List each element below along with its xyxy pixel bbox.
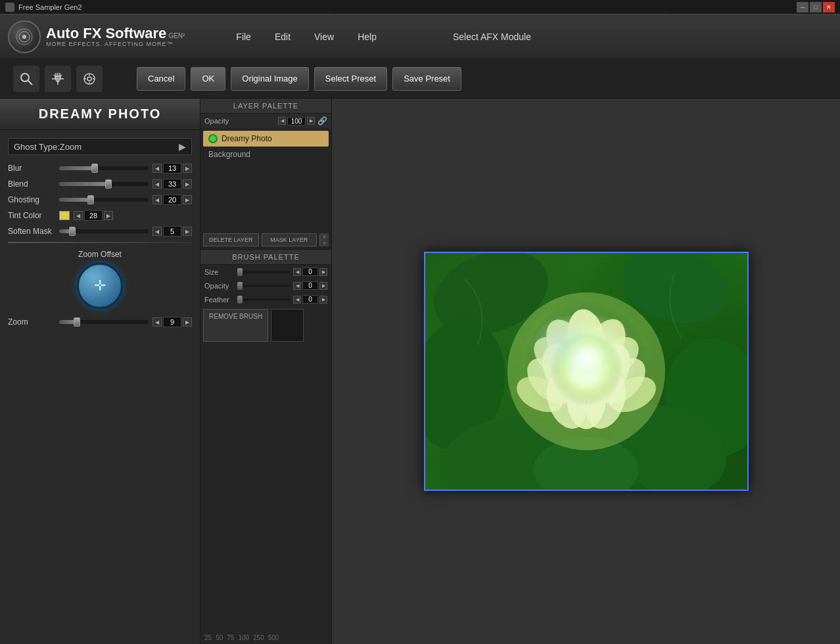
brush-opacity-label: Opacity	[204, 282, 237, 290]
ghost-type-row[interactable]: Ghost Type:Zoom ▶	[8, 138, 192, 155]
select-preset-button[interactable]: Select Preset	[314, 67, 387, 91]
blend-label: Blend	[8, 179, 55, 189]
brush-size-row: Size ◀ 0 ▶	[200, 265, 331, 279]
layer-scroll-controls[interactable]: ▲ ▼	[319, 233, 329, 246]
brush-size-100[interactable]: 100	[238, 634, 249, 641]
soften-decrement[interactable]: ◀	[152, 227, 162, 236]
ghosting-track[interactable]	[59, 198, 149, 202]
select-afx-module[interactable]: Select AFX Module	[448, 29, 536, 45]
layer-item-dreamy-photo[interactable]: Dreamy Photo	[203, 131, 329, 147]
ghosting-controls: ◀ 20 ▶	[152, 195, 192, 205]
blend-track[interactable]	[59, 182, 149, 186]
size-increment[interactable]: ▶	[319, 268, 327, 276]
brush-size-thumb[interactable]	[237, 268, 243, 276]
opacity-decrement[interactable]: ◀	[278, 117, 286, 125]
blur-slider-row: Blur ◀ 13 ▶	[8, 163, 192, 173]
toolbar-buttons: Cancel OK Original Image Select Preset S…	[137, 67, 461, 91]
brush-size-25[interactable]: 25	[204, 634, 212, 641]
brush-size-50[interactable]: 50	[216, 634, 223, 641]
zoom-slider-row: Zoom ◀ 9 ▶	[8, 317, 192, 327]
svg-point-3	[21, 74, 29, 81]
ok-button[interactable]: OK	[191, 67, 225, 91]
zoom-tool-icon[interactable]	[13, 66, 39, 92]
ghosting-thumb[interactable]	[87, 195, 94, 204]
zoom-label: Zoom	[8, 317, 55, 327]
brush-opacity-thumb[interactable]	[237, 282, 243, 290]
panel-content: Ghost Type:Zoom ▶ Blur ◀ 13 ▶ Blend	[0, 130, 200, 644]
zoom-track[interactable]	[59, 320, 149, 324]
flower-image	[425, 253, 747, 490]
feather-increment[interactable]: ▶	[319, 296, 327, 304]
remove-brush-button[interactable]: REMOVE BRUSH	[203, 309, 268, 342]
blend-decrement[interactable]: ◀	[152, 179, 162, 189]
size-decrement[interactable]: ◀	[293, 268, 301, 276]
close-button[interactable]: ✕	[823, 2, 835, 12]
zoom-offset-dial[interactable]: ✛	[77, 263, 123, 309]
canvas-area[interactable]	[332, 99, 840, 644]
zoom-thumb[interactable]	[74, 317, 80, 327]
brush-opacity-track[interactable]	[240, 285, 291, 287]
title-bar-text: Free Sampler Gen2	[18, 3, 82, 11]
opacity-increment[interactable]: ▶	[307, 117, 315, 125]
soften-mask-track[interactable]	[59, 229, 149, 233]
layer-scroll-down[interactable]: ▼	[322, 241, 327, 246]
soften-increment[interactable]: ▶	[183, 227, 192, 236]
maximize-button[interactable]: □	[810, 2, 822, 12]
blur-track[interactable]	[59, 166, 149, 170]
layer-empty-space	[200, 165, 331, 231]
blur-thumb[interactable]	[91, 164, 98, 173]
zoom-offset-label: Zoom Offset	[78, 250, 122, 259]
brush-feather-track[interactable]	[240, 298, 291, 301]
mask-layer-button[interactable]: MASK LAYER	[262, 233, 317, 246]
ghosting-fill	[59, 198, 91, 202]
cancel-button[interactable]: Cancel	[137, 67, 185, 91]
ghosting-increment[interactable]: ▶	[183, 195, 192, 204]
blend-thumb[interactable]	[105, 179, 112, 189]
zoom-increment[interactable]: ▶	[183, 317, 192, 327]
brush-palette: BRUSH PALETTE Size ◀ 0 ▶ Opacity	[200, 250, 331, 644]
layer-item-background[interactable]: Background	[203, 147, 329, 162]
layer-palette-header: LAYER PALETTE	[200, 99, 331, 114]
brush-size-track[interactable]	[240, 271, 291, 273]
tint-color-swatch[interactable]	[59, 211, 70, 220]
save-preset-button[interactable]: Save Preset	[392, 67, 461, 91]
delete-layer-button[interactable]: DELETE LAYER	[203, 233, 259, 246]
brush-size-250[interactable]: 250	[253, 634, 264, 641]
pan-tool-icon[interactable]	[45, 66, 71, 92]
layer-buttons: DELETE LAYER MASK LAYER ▲ ▼	[200, 231, 331, 249]
zoom-decrement[interactable]: ◀	[152, 317, 162, 327]
tint-color-slider-row: Tint Color ◀ 28 ▶	[8, 210, 192, 221]
original-image-button[interactable]: Original Image	[231, 67, 309, 91]
opacity-brush-increment[interactable]: ▶	[319, 282, 327, 290]
ghost-type-arrow[interactable]: ▶	[179, 141, 186, 152]
blur-increment[interactable]: ▶	[183, 164, 192, 173]
brush-tool-icon[interactable]	[76, 66, 103, 92]
soften-mask-label: Soften Mask	[8, 227, 55, 236]
brush-size-500[interactable]: 500	[268, 634, 279, 641]
title-bar-controls[interactable]: ─ □ ✕	[797, 2, 835, 12]
menu-view[interactable]: View	[309, 29, 339, 45]
ghosting-decrement[interactable]: ◀	[152, 195, 162, 204]
brush-size-75[interactable]: 75	[227, 634, 234, 641]
blend-increment[interactable]: ▶	[183, 179, 192, 189]
layer-scroll-up[interactable]: ▲	[322, 233, 327, 239]
tint-increment[interactable]: ▶	[104, 211, 113, 220]
blend-value: 33	[163, 179, 181, 189]
menu-edit[interactable]: Edit	[269, 29, 296, 45]
menu-help[interactable]: Help	[352, 29, 382, 45]
feather-decrement[interactable]: ◀	[293, 296, 301, 304]
logo-sup: GEN²	[168, 32, 185, 39]
brush-opacity-controls: ◀ 0 ▶	[293, 281, 327, 290]
blur-decrement[interactable]: ◀	[152, 164, 162, 173]
minimize-button[interactable]: ─	[797, 2, 808, 12]
soften-mask-thumb[interactable]	[69, 227, 76, 236]
menu-file[interactable]: File	[231, 29, 256, 45]
app-icon	[5, 3, 14, 12]
brush-feather-thumb[interactable]	[237, 296, 243, 304]
opacity-row: Opacity ◀ 100 ▶ 🔗	[200, 114, 331, 128]
opacity-brush-decrement[interactable]: ◀	[293, 282, 301, 290]
tint-decrement[interactable]: ◀	[74, 211, 83, 220]
opacity-link-icon[interactable]: 🔗	[317, 116, 327, 126]
svg-point-6	[87, 77, 91, 81]
brush-palette-header: BRUSH PALETTE	[200, 250, 331, 265]
